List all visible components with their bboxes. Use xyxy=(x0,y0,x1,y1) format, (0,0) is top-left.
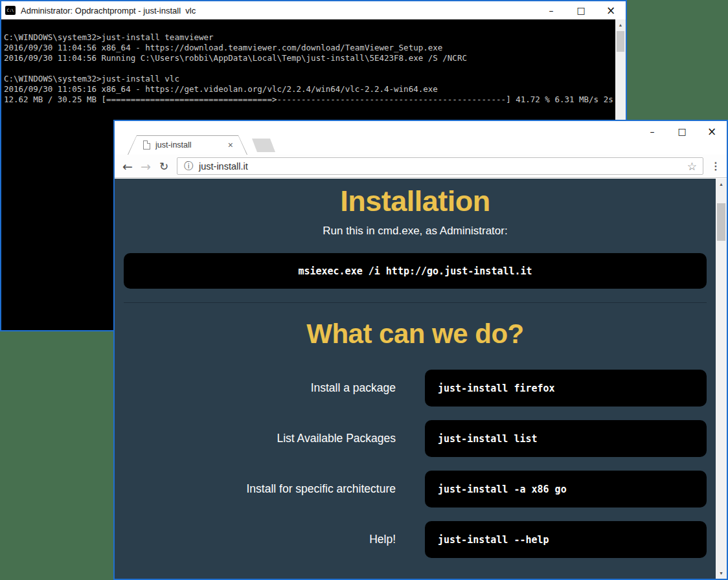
browser-scrollbar-thumb[interactable] xyxy=(717,203,725,241)
browser-toolbar: ← → ↻ ⓘ just-install.it ☆ ⋮ xyxy=(115,155,727,178)
example-row: Install for specific architecture just-i… xyxy=(115,471,716,508)
cmd-maximize-button[interactable]: □ xyxy=(566,1,596,19)
address-bar[interactable]: ⓘ just-install.it ☆ xyxy=(177,157,703,175)
tab-close-icon[interactable]: × xyxy=(227,139,234,151)
section-divider xyxy=(124,302,707,303)
bookmark-star-icon[interactable]: ☆ xyxy=(687,160,697,173)
console-line xyxy=(4,63,626,74)
example-row: Install a package just-install firefox xyxy=(115,370,716,407)
example-code-text: just-install --help xyxy=(438,534,549,546)
example-code-block: just-install --help xyxy=(425,521,707,558)
example-code-block: just-install -a x86 go xyxy=(425,471,707,508)
cmd-window-title: Administrator: Opdrachtprompt - just-ins… xyxy=(21,6,196,16)
what-can-we-do-heading: What can we do? xyxy=(115,318,716,350)
browser-scrollbar[interactable]: ▲ ▼ xyxy=(716,179,727,579)
example-label: Install for specific architecture xyxy=(115,482,396,496)
installation-heading: Installation xyxy=(115,184,716,218)
scroll-up-icon[interactable]: ▲ xyxy=(716,179,727,190)
install-command-block: msiexec.exe /i http://go.just-install.it xyxy=(124,253,707,289)
console-progress-line: 12.62 MB / 30.25 MB [===================… xyxy=(4,95,626,105)
browser-tab-just-install[interactable]: just-install × xyxy=(128,135,247,155)
console-line: C:\WINDOWS\system32>just-install teamvie… xyxy=(4,32,626,43)
browser-menu-icon[interactable]: ⋮ xyxy=(707,160,724,172)
browser-maximize-button[interactable]: □ xyxy=(667,122,697,140)
forward-button[interactable]: → xyxy=(137,159,155,173)
command-examples: Install a package just-install firefox L… xyxy=(115,370,716,558)
cmd-prompt-icon: C:\ xyxy=(5,6,16,15)
cmd-scroll-up-icon[interactable]: ▲ xyxy=(615,19,626,30)
cmd-window-controls: – □ × xyxy=(536,1,626,19)
console-line: C:\WINDOWS\system32>just-install vlc xyxy=(4,74,626,84)
browser-window: just-install × – □ × ← → ↻ ⓘ just-instal… xyxy=(113,120,728,580)
back-button[interactable]: ← xyxy=(119,159,137,173)
cmd-titlebar[interactable]: C:\ Administrator: Opdrachtprompt - just… xyxy=(1,1,626,19)
example-label: Install a package xyxy=(115,381,396,395)
example-label: Help! xyxy=(115,533,396,546)
console-line: 2016/09/30 11:05:16 x86_64 - https://get… xyxy=(4,84,626,95)
installation-subtitle: Run this in cmd.exe, as Administrator: xyxy=(115,225,716,238)
example-code-text: just-install firefox xyxy=(438,383,555,394)
page-content: Installation Run this in cmd.exe, as Adm… xyxy=(115,179,727,579)
example-code-text: just-install list xyxy=(438,433,538,445)
cmd-close-button[interactable]: × xyxy=(596,1,626,19)
page-favicon-icon xyxy=(143,140,150,150)
page-info-icon[interactable]: ⓘ xyxy=(184,161,193,172)
browser-minimize-button[interactable]: – xyxy=(637,122,667,140)
console-line: 2016/09/30 11:04:56 Running C:\Users\rob… xyxy=(4,53,626,63)
browser-close-button[interactable]: × xyxy=(697,122,727,140)
cmd-minimize-button[interactable]: – xyxy=(536,1,566,19)
cmd-scrollbar-thumb[interactable] xyxy=(617,31,624,52)
install-command-text: msiexec.exe /i http://go.just-install.it xyxy=(298,265,532,277)
example-row: List Available Packages just-install lis… xyxy=(115,420,716,457)
browser-titlebar[interactable]: just-install × – □ × xyxy=(115,121,727,155)
example-row: Help! just-install --help xyxy=(115,521,716,558)
example-label: List Available Packages xyxy=(115,432,396,445)
example-code-text: just-install -a x86 go xyxy=(438,484,567,495)
example-code-block: just-install list xyxy=(425,420,707,457)
desktop: C:\ Administrator: Opdrachtprompt - just… xyxy=(0,0,728,580)
reload-button[interactable]: ↻ xyxy=(155,160,173,173)
scroll-down-icon[interactable]: ▼ xyxy=(716,568,727,579)
console-line: 2016/09/30 11:04:56 x86_64 - https://dow… xyxy=(4,43,626,53)
new-tab-button[interactable] xyxy=(252,139,275,152)
example-code-block: just-install firefox xyxy=(425,370,707,407)
browser-window-controls: – □ × xyxy=(637,122,727,142)
tab-title: just-install xyxy=(155,140,227,150)
url-text[interactable]: just-install.it xyxy=(199,161,687,172)
